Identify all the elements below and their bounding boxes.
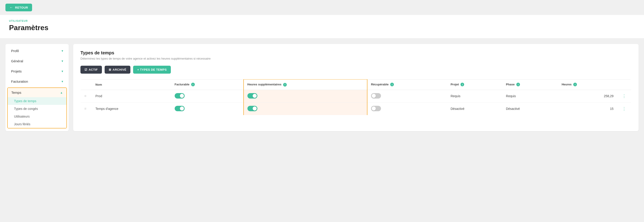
col-header-recuperable: Récupérable i xyxy=(367,79,447,90)
archive-tab-icon: ⊞ xyxy=(109,68,111,71)
sidebar-sub-types-de-temps-label: Types de temps xyxy=(14,99,36,103)
recuperable-cell-prod xyxy=(367,90,447,102)
actif-tab-button[interactable]: ☑ ACTIF xyxy=(80,66,102,74)
sidebar-item-general-label: Général xyxy=(11,59,23,63)
top-bar: ← RETOUR xyxy=(0,0,644,15)
heures-sup-cell-prod xyxy=(244,90,367,102)
name-cell-temps-agence: Temps d'agence xyxy=(92,102,171,115)
prod-name-label: Prod xyxy=(95,94,102,98)
table-row-temps-agence: ≡ Temps d'agence xyxy=(81,102,631,115)
col-heures-sup-label: Heures supplémentaires xyxy=(248,83,282,86)
toolbar: ☑ ACTIF ⊞ ARCHIVÉ + TYPES DE TEMPS xyxy=(80,66,631,74)
heures-value-prod: 258,29 xyxy=(604,94,614,98)
sidebar-temps-arrow-icon: ▲ xyxy=(60,91,63,94)
more-button-prod[interactable]: ⋮ xyxy=(621,93,628,99)
facturable-cell-temps-agence xyxy=(171,102,244,115)
phase-cell-temps-agence: Désactivé xyxy=(502,102,558,115)
projet-info-icon: i xyxy=(460,83,464,86)
page-header: UTILISATEUR Paramètres xyxy=(0,15,644,39)
more-button-temps-agence[interactable]: ⋮ xyxy=(621,106,628,112)
sidebar: Profil ▼ Général ▼ Projets ▼ Facturation… xyxy=(6,44,69,131)
col-header-heures: Heures i xyxy=(558,79,617,90)
sidebar-sub-jours-feries-label: Jours fériés xyxy=(14,122,30,126)
recuperable-toggle-prod[interactable] xyxy=(371,93,381,98)
temps-agence-name-label: Temps d'agence xyxy=(95,107,118,110)
add-types-de-temps-button[interactable]: + TYPES DE TEMPS xyxy=(133,66,170,74)
recuperable-cell-temps-agence xyxy=(367,102,447,115)
heures-cell-temps-agence: 15 xyxy=(558,102,617,115)
archive-tab-button[interactable]: ⊞ ARCHIVÉ xyxy=(104,66,130,74)
drag-handle-prod[interactable]: ≡ xyxy=(81,90,92,102)
drag-handle-icon-prod: ≡ xyxy=(84,94,86,98)
projet-value-temps-agence: Désactivé xyxy=(450,107,464,110)
sidebar-general-arrow-icon: ▼ xyxy=(61,60,64,63)
name-cell-prod: Prod xyxy=(92,90,171,102)
panel-title: Types de temps xyxy=(80,50,631,56)
main-content: Profil ▼ Général ▼ Projets ▼ Facturation… xyxy=(0,39,644,137)
sidebar-item-profil-label: Profil xyxy=(11,49,19,53)
sidebar-item-profil[interactable]: Profil ▼ xyxy=(6,46,69,56)
sidebar-item-facturation-label: Facturation xyxy=(11,79,28,83)
heures-cell-prod: 258,29 xyxy=(558,90,617,102)
phase-value-prod: Requis xyxy=(506,94,516,98)
section-label: UTILISATEUR xyxy=(9,20,635,22)
col-recuperable-label: Récupérable xyxy=(371,83,389,86)
archive-tab-label: ARCHIVÉ xyxy=(112,68,126,71)
col-header-heures-sup: Heures supplémentaires i xyxy=(244,79,367,90)
page-title: Paramètres xyxy=(9,24,635,32)
heures-sup-cell-temps-agence xyxy=(244,102,367,115)
more-actions-temps-agence[interactable]: ⋮ xyxy=(617,102,631,115)
col-header-nom: Nom xyxy=(92,79,171,90)
sidebar-temps-subnav: Types de temps Types de congés Utilisate… xyxy=(8,97,66,128)
facturable-info-icon: i xyxy=(191,83,195,86)
sidebar-item-general[interactable]: Général ▼ xyxy=(6,56,69,66)
drag-handle-temps-agence[interactable]: ≡ xyxy=(81,102,92,115)
phase-value-temps-agence: Désactivé xyxy=(506,107,520,110)
add-types-de-temps-label: + TYPES DE TEMPS xyxy=(137,68,166,71)
sidebar-facturation-arrow-icon: ▼ xyxy=(61,80,64,83)
sidebar-sub-item-jours-feries[interactable]: Jours fériés xyxy=(8,120,66,128)
sidebar-temps-group: Temps ▲ Types de temps Types de congés U… xyxy=(7,87,67,129)
sidebar-sub-item-types-de-conges[interactable]: Types de congés xyxy=(8,105,66,113)
heures-sup-info-icon: i xyxy=(283,83,287,86)
table-row-prod: ≡ Prod xyxy=(81,90,631,102)
sidebar-item-temps-label: Temps xyxy=(11,91,21,94)
sidebar-sub-item-types-de-temps[interactable]: Types de temps xyxy=(8,97,66,105)
sidebar-sub-utilisateurs-label: Utilisateurs xyxy=(14,115,30,118)
actif-tab-icon: ☑ xyxy=(84,68,87,71)
main-panel: Types de temps Déterminez les types de t… xyxy=(73,44,638,131)
col-nom-label: Nom xyxy=(95,83,102,86)
sidebar-item-projets[interactable]: Projets ▼ xyxy=(6,66,69,76)
projet-value-prod: Requis xyxy=(450,94,460,98)
sidebar-item-temps[interactable]: Temps ▲ xyxy=(8,88,66,97)
col-facturable-label: Facturable xyxy=(175,83,190,86)
back-label: RETOUR xyxy=(15,6,28,9)
more-actions-prod[interactable]: ⋮ xyxy=(617,90,631,102)
col-header-drag xyxy=(81,79,92,90)
col-header-projet: Projet i xyxy=(447,79,502,90)
phase-cell-prod: Requis xyxy=(502,90,558,102)
heures-sup-toggle-temps-agence[interactable] xyxy=(248,106,257,111)
col-header-phase: Phase i xyxy=(502,79,558,90)
facturable-toggle-temps-agence[interactable] xyxy=(175,106,184,111)
col-header-actions xyxy=(617,79,631,90)
sidebar-item-facturation[interactable]: Facturation ▼ xyxy=(6,76,69,86)
back-button[interactable]: ← RETOUR xyxy=(6,4,32,11)
drag-handle-icon-temps-agence: ≡ xyxy=(84,107,86,110)
recuperable-toggle-temps-agence[interactable] xyxy=(371,106,381,111)
sidebar-profil-arrow-icon: ▼ xyxy=(61,49,64,53)
col-heures-label: Heures xyxy=(562,83,572,86)
sidebar-item-projets-label: Projets xyxy=(11,69,22,73)
col-phase-label: Phase xyxy=(506,83,514,86)
actif-tab-label: ACTIF xyxy=(88,68,98,71)
projet-cell-prod: Requis xyxy=(447,90,502,102)
col-header-facturable: Facturable i xyxy=(171,79,244,90)
projet-cell-temps-agence: Désactivé xyxy=(447,102,502,115)
sidebar-sub-types-de-conges-label: Types de congés xyxy=(14,107,38,110)
facturable-toggle-prod[interactable] xyxy=(175,93,184,98)
sidebar-sub-item-utilisateurs[interactable]: Utilisateurs xyxy=(8,113,66,120)
back-arrow-icon: ← xyxy=(10,6,13,10)
sidebar-projets-arrow-icon: ▼ xyxy=(61,70,64,73)
heures-sup-toggle-prod[interactable] xyxy=(248,93,257,98)
facturable-cell-prod xyxy=(171,90,244,102)
